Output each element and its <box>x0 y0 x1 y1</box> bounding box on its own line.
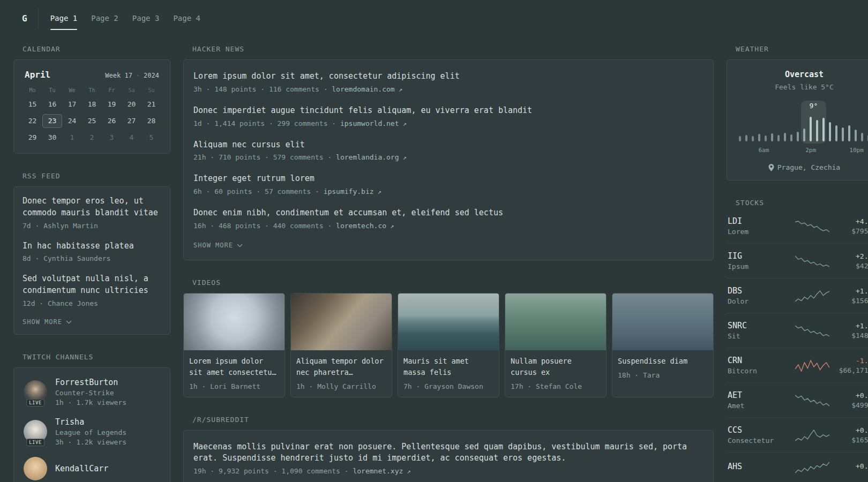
avatar-image <box>24 457 47 480</box>
show-more-label: SHOW MORE <box>193 242 233 249</box>
rss-item-title[interactable]: Sed volutpat nulla nisl, a condimentum n… <box>23 273 161 297</box>
calendar-day[interactable]: 1 <box>62 131 82 145</box>
calendar-day[interactable]: 22 <box>23 114 42 128</box>
calendar-weekday: Fr <box>102 87 122 97</box>
calendar-day[interactable]: 19 <box>102 97 122 111</box>
post-meta-text: 21h · 710 points · 579 comments · <box>193 153 336 161</box>
app-logo[interactable]: G <box>13 6 38 30</box>
calendar-header: April Week 17·2024 <box>23 69 161 87</box>
stock-price: $42.04 <box>835 262 868 270</box>
rss-item-title[interactable]: Donec tempor eros leo, ut commodo mauris… <box>23 195 161 219</box>
left-column: CALENDAR April Week 17·2024 MoTuWeThFrSa… <box>13 45 170 482</box>
post-title[interactable]: Integer eget rutrum lorem <box>193 173 704 185</box>
calendar-day[interactable]: 16 <box>42 97 62 111</box>
post-source-link[interactable]: loremtech.co ↗ <box>336 222 394 230</box>
rss-item-meta: 8d · Cynthia Saunders <box>23 254 161 262</box>
stock-sparkline <box>795 393 829 407</box>
video-card[interactable]: Aliquam tempor dolor nec pharetra…1h · M… <box>290 293 392 397</box>
calendar-day[interactable]: 29 <box>23 131 42 145</box>
stock-identity: CCSConsectetur <box>728 425 774 445</box>
weather-bar <box>739 136 741 141</box>
channel-name[interactable]: KendallCarr <box>55 464 108 473</box>
video-card[interactable]: Suspendisse diam18h · Tara <box>612 293 714 397</box>
calendar-day[interactable]: 17 <box>62 97 82 111</box>
weather-time-label: 2pm <box>805 147 816 154</box>
post-meta: 21h · 710 points · 579 comments · loreml… <box>193 153 704 161</box>
twitch-channel[interactable]: LIVETrishaLeague of Legends3h · 1.2k vie… <box>23 412 161 451</box>
stock-ticker: AET <box>728 390 744 400</box>
post-title[interactable]: Donec imperdiet augue tincidunt felis al… <box>193 105 704 117</box>
stock-change: +1.36% <box>835 322 868 330</box>
stock-identity: CRNBitcorn <box>728 356 757 375</box>
calendar-widget: April Week 17·2024 MoTuWeThFrSaSu 151617… <box>13 59 170 154</box>
post-title[interactable]: Aliquam nec cursus elit <box>193 139 704 151</box>
post-title[interactable]: Lorem ipsum dolor sit amet, consectetur … <box>193 71 704 82</box>
weather-time-label: 10pm <box>849 147 864 154</box>
video-title[interactable]: Lorem ipsum dolor sit amet consectetu… <box>189 356 279 378</box>
calendar-day[interactable]: 26 <box>102 114 122 128</box>
videos-section-title: VIDEOS <box>192 278 714 287</box>
calendar-day[interactable]: 15 <box>23 97 42 111</box>
stock-row[interactable]: AETAmet+0.92%$499.72 <box>727 382 868 417</box>
calendar-day[interactable]: 21 <box>141 97 161 111</box>
calendar-day-selected[interactable]: 23 <box>42 114 62 128</box>
post-meta: 1d · 1,414 points · 299 comments · ipsum… <box>193 119 704 127</box>
post-title[interactable]: Maecenas mollis pulvinar erat non posuer… <box>193 441 704 465</box>
channel-name[interactable]: ForrestBurton <box>55 378 126 387</box>
calendar-day[interactable]: 5 <box>141 131 161 145</box>
channel-name[interactable]: Trisha <box>55 417 126 427</box>
stock-row[interactable]: DBSDolor+1.42%$156.28 <box>727 278 868 313</box>
rss-item-title[interactable]: In hac habitasse platea <box>23 240 161 252</box>
video-card[interactable]: Lorem ipsum dolor sit amet consectetu…1h… <box>183 293 285 397</box>
weather-location-label: Prague, Czechia <box>777 163 840 171</box>
tab-page-4[interactable]: Page 4 <box>173 6 200 30</box>
stock-change: +2.84% <box>835 252 868 260</box>
stock-row[interactable]: AHS+0.46% <box>727 452 868 481</box>
video-title[interactable]: Suspendisse diam <box>618 356 708 367</box>
calendar-day[interactable]: 24 <box>62 114 82 128</box>
post-source-link[interactable]: loremlandia.org ↗ <box>336 153 407 161</box>
post-source-link[interactable]: ipsumify.biz ↗ <box>324 187 381 195</box>
calendar-day[interactable]: 25 <box>82 114 102 128</box>
rss-show-more-button[interactable]: SHOW MORE <box>23 318 72 326</box>
twitch-channel[interactable]: LIVEForrestBurtonCounter-Strike1h · 1.7k… <box>23 376 161 412</box>
calendar-day[interactable]: 4 <box>122 131 141 145</box>
weather-bar <box>855 130 857 141</box>
video-card-body: Aliquam tempor dolor nec pharetra…1h · M… <box>291 350 392 397</box>
video-title[interactable]: Mauris sit amet massa felis <box>403 356 493 378</box>
calendar-day[interactable]: 27 <box>122 114 141 128</box>
video-title[interactable]: Aliquam tempor dolor nec pharetra… <box>296 356 386 378</box>
calendar-day[interactable]: 3 <box>102 131 122 145</box>
stock-ticker: CRN <box>728 356 757 365</box>
tab-page-3[interactable]: Page 3 <box>132 6 160 30</box>
video-card[interactable]: Mauris sit amet massa felis7h · Grayson … <box>398 293 499 397</box>
stock-row[interactable]: LDILorem+4.35%$795.18 <box>727 213 868 243</box>
post-meta: 19h · 9,932 points · 1,090 comments · lo… <box>193 467 704 475</box>
calendar-day[interactable]: 30 <box>42 131 62 145</box>
stock-row[interactable]: SNRCSit+1.36%$148.64 <box>727 313 868 348</box>
tab-page-2[interactable]: Page 2 <box>91 6 118 30</box>
calendar-day[interactable]: 28 <box>141 114 161 128</box>
avatar <box>24 457 47 480</box>
post-source-link[interactable]: loremnet.xyz ↗ <box>353 467 410 475</box>
live-badge: LIVE <box>26 399 44 406</box>
calendar-day[interactable]: 20 <box>122 97 141 111</box>
hackernews-show-more-button[interactable]: SHOW MORE <box>193 242 243 249</box>
stock-row[interactable]: CCSConsectetur+0.51%$165.84 <box>727 417 868 452</box>
post-title[interactable]: Donec enim nibh, condimentum et accumsan… <box>193 207 704 219</box>
video-title[interactable]: Nullam posuere cursus ex <box>511 356 601 378</box>
video-card[interactable]: Nullam posuere cursus ex17h · Stefan Col… <box>505 293 607 397</box>
calendar-day[interactable]: 18 <box>82 97 102 111</box>
video-meta: 7h · Grayson Dawson <box>403 382 493 390</box>
live-badge: LIVE <box>26 439 44 446</box>
stock-row[interactable]: CRNBitcorn-1.00%$66,171.48 <box>727 348 868 382</box>
post-source-link[interactable]: loremdomain.com ↗ <box>332 85 402 93</box>
calendar-week-label: Week 17·2024 <box>105 72 159 79</box>
twitch-channel[interactable]: KendallCarr <box>23 451 161 482</box>
stock-row[interactable]: IIGIpsum+2.84%$42.04 <box>727 243 868 278</box>
calendar-section-title: CALENDAR <box>23 45 170 53</box>
tab-page-1[interactable]: Page 1 <box>50 6 78 30</box>
post-meta-text: 1d · 1,414 points · 299 comments · <box>193 119 340 127</box>
post-source-link[interactable]: ipsumworld.net ↗ <box>340 119 407 127</box>
calendar-day[interactable]: 2 <box>82 131 102 145</box>
